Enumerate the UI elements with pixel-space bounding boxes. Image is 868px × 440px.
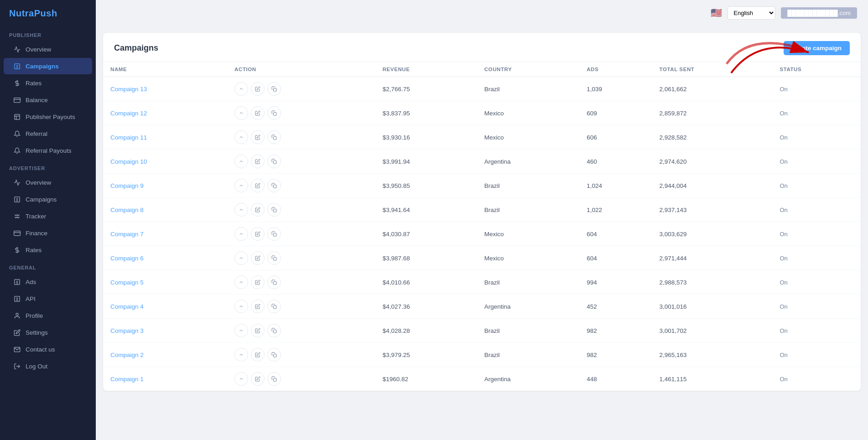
edit-btn-9[interactable] (251, 300, 265, 313)
referral-payouts-icon (13, 146, 21, 155)
edit-btn-2[interactable] (251, 130, 265, 144)
sidebar-item-ads[interactable]: Ads (4, 274, 92, 290)
sidebar-item-api[interactable]: API (4, 290, 92, 307)
sidebar-label-adv-rates: Rates (26, 247, 42, 254)
edit-btn-7[interactable] (251, 251, 265, 265)
sidebar-item-adv-rates[interactable]: Rates (4, 242, 92, 258)
sidebar-item-referral[interactable]: Referral (4, 125, 92, 142)
toggle-btn-2[interactable] (234, 130, 248, 144)
copy-btn-6[interactable] (267, 227, 281, 241)
copy-btn-1[interactable] (267, 106, 281, 120)
svg-rect-33 (274, 282, 277, 285)
campaign-link-12[interactable]: Compaign 1 (110, 376, 144, 383)
sidebar-label-contact: Contact us (26, 346, 55, 353)
revenue-cell-3: $3,991.94 (375, 150, 477, 174)
sidebar-label-publisher-payouts: Publisher Payouts (26, 114, 75, 120)
table-row: Compaign 6$3,987.68Mexico6042,971,444On (103, 246, 861, 270)
sidebar-item-publisher-payouts[interactable]: Publisher Payouts (4, 109, 92, 125)
svg-rect-5 (14, 98, 20, 102)
action-buttons-10 (234, 324, 368, 337)
edit-btn-12[interactable] (251, 372, 265, 386)
svg-rect-30 (274, 209, 277, 212)
sidebar-item-logout[interactable]: Log Out (4, 358, 92, 374)
create-campaign-button[interactable]: Create campaign (784, 41, 850, 55)
sidebar-item-settings[interactable]: Settings (4, 324, 92, 341)
country-cell-6: Mexico (477, 222, 579, 246)
copy-btn-11[interactable] (267, 348, 281, 362)
campaign-link-9[interactable]: Compaign 4 (110, 303, 144, 310)
campaign-link-3[interactable]: Compaign 10 (110, 158, 147, 165)
revenue-cell-6: $4,030.87 (375, 222, 477, 246)
copy-btn-8[interactable] (267, 275, 281, 289)
sidebar-label-finance: Finance (26, 230, 47, 237)
toggle-btn-3[interactable] (234, 155, 248, 168)
status-cell-5: On (772, 198, 861, 222)
toggle-btn-7[interactable] (234, 251, 248, 265)
sidebar-item-contact[interactable]: Contact us (4, 341, 92, 357)
table-row: Compaign 2$3,979.25Brazil9822,965,163On (103, 343, 861, 367)
copy-btn-0[interactable] (267, 82, 281, 96)
action-buttons-4 (234, 179, 368, 192)
copy-btn-10[interactable] (267, 324, 281, 337)
copy-btn-3[interactable] (267, 155, 281, 168)
sidebar-item-tracker[interactable]: Tracker (4, 208, 92, 224)
copy-btn-7[interactable] (267, 251, 281, 265)
sidebar-label-settings: Settings (26, 329, 48, 336)
campaign-link-6[interactable]: Compaign 7 (110, 231, 144, 238)
sidebar-item-overview[interactable]: Overview (4, 41, 92, 57)
sidebar-item-balance[interactable]: Balance (4, 92, 92, 108)
sidebar-item-profile[interactable]: Profile (4, 307, 92, 324)
sidebar-item-referral-payouts[interactable]: Referral Payouts (4, 142, 92, 159)
copy-btn-4[interactable] (267, 179, 281, 192)
edit-btn-4[interactable] (251, 179, 265, 192)
toggle-btn-12[interactable] (234, 372, 248, 386)
country-cell-4: Brazil (477, 174, 579, 198)
col-header-revenue: REVENUE (375, 62, 477, 77)
sidebar-item-finance[interactable]: Finance (4, 225, 92, 241)
revenue-cell-0: $2,766.75 (375, 77, 477, 101)
edit-btn-11[interactable] (251, 348, 265, 362)
toggle-btn-0[interactable] (234, 82, 248, 96)
toggle-btn-5[interactable] (234, 203, 248, 217)
language-select[interactable]: English Spanish Portuguese (728, 6, 775, 20)
total-sent-cell-2: 2,928,582 (652, 125, 773, 150)
sidebar-item-adv-campaigns[interactable]: Campaigns (4, 191, 92, 207)
edit-btn-5[interactable] (251, 203, 265, 217)
toggle-btn-1[interactable] (234, 106, 248, 120)
edit-btn-8[interactable] (251, 275, 265, 289)
sidebar-label-referral-payouts: Referral Payouts (26, 147, 72, 154)
table-row: Compaign 1$1960.82Argentina4481,461,115O… (103, 367, 861, 391)
campaign-link-1[interactable]: Compaign 12 (110, 110, 147, 117)
sidebar-item-rates[interactable]: Rates (4, 75, 92, 91)
toggle-btn-6[interactable] (234, 227, 248, 241)
toggle-btn-4[interactable] (234, 179, 248, 192)
sidebar-item-campaigns[interactable]: Campaigns (4, 58, 92, 74)
toggle-btn-11[interactable] (234, 348, 248, 362)
edit-btn-0[interactable] (251, 82, 265, 96)
campaign-link-7[interactable]: Compaign 6 (110, 255, 144, 262)
campaign-link-0[interactable]: Compaign 13 (110, 86, 147, 93)
campaign-link-8[interactable]: Compaign 5 (110, 279, 144, 286)
revenue-cell-12: $1960.82 (375, 367, 477, 391)
edit-btn-3[interactable] (251, 155, 265, 168)
country-cell-8: Brazil (477, 270, 579, 295)
toggle-btn-10[interactable] (234, 324, 248, 337)
campaign-link-11[interactable]: Compaign 2 (110, 352, 144, 358)
edit-btn-6[interactable] (251, 227, 265, 241)
edit-btn-10[interactable] (251, 324, 265, 337)
edit-btn-1[interactable] (251, 106, 265, 120)
referral-icon (13, 129, 21, 138)
country-cell-7: Mexico (477, 246, 579, 270)
campaign-link-2[interactable]: Compaign 11 (110, 134, 147, 141)
sidebar-item-adv-overview[interactable]: Overview (4, 174, 92, 191)
ads-cell-5: 1,022 (579, 198, 652, 222)
copy-btn-12[interactable] (267, 372, 281, 386)
campaign-link-10[interactable]: Compaign 3 (110, 327, 144, 334)
copy-btn-2[interactable] (267, 130, 281, 144)
toggle-btn-8[interactable] (234, 275, 248, 289)
toggle-btn-9[interactable] (234, 300, 248, 313)
copy-btn-5[interactable] (267, 203, 281, 217)
copy-btn-9[interactable] (267, 300, 281, 313)
campaign-link-5[interactable]: Compaign 8 (110, 207, 144, 213)
campaign-link-4[interactable]: Compaign 9 (110, 182, 144, 189)
